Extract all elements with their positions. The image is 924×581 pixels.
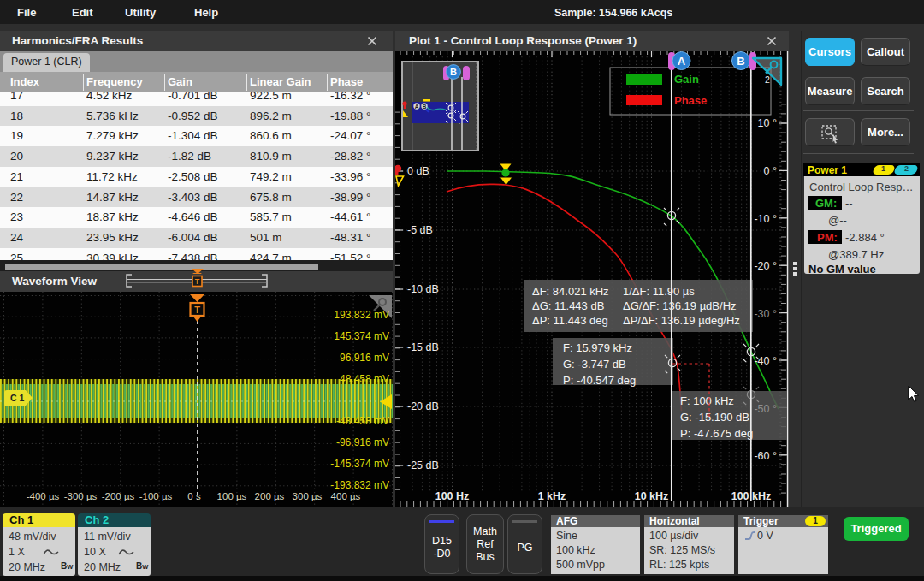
svg-text:B: B bbox=[423, 104, 427, 110]
svg-text:-400 µs: -400 µs bbox=[27, 491, 60, 501]
svg-text:Phase: Phase bbox=[674, 94, 707, 107]
svg-text:P: -47.675 deg: P: -47.675 deg bbox=[680, 427, 753, 440]
svg-text:-40 °: -40 ° bbox=[754, 355, 777, 367]
svg-text:-30 °: -30 ° bbox=[754, 308, 777, 320]
svg-text:-20 dB: -20 dB bbox=[407, 400, 439, 412]
svg-text:-300 µs: -300 µs bbox=[64, 491, 98, 501]
svg-text:200 µs: 200 µs bbox=[255, 491, 285, 501]
svg-text:145.374 mV: 145.374 mV bbox=[334, 330, 389, 342]
svg-text:Gain: Gain bbox=[674, 73, 699, 86]
svg-text:T: T bbox=[194, 305, 200, 315]
svg-text:G: -3.747 dB: G: -3.747 dB bbox=[563, 358, 626, 371]
svg-text:100 kHz: 100 kHz bbox=[732, 490, 772, 502]
svg-text:C 1: C 1 bbox=[10, 393, 25, 403]
svg-text:-193.832 mV: -193.832 mV bbox=[330, 479, 389, 491]
svg-text:-15 dB: -15 dB bbox=[407, 341, 439, 353]
svg-text:-10 dB: -10 dB bbox=[407, 283, 439, 295]
svg-text:G: -15.190 dB: G: -15.190 dB bbox=[680, 411, 749, 424]
svg-text:400 µs: 400 µs bbox=[331, 491, 361, 501]
svg-text:B: B bbox=[737, 55, 744, 68]
svg-text:-25 dB: -25 dB bbox=[407, 459, 439, 471]
svg-text:-20 °: -20 ° bbox=[754, 260, 777, 272]
svg-text:T: T bbox=[195, 277, 200, 286]
svg-text:10 kHz: 10 kHz bbox=[635, 490, 669, 502]
svg-text:-48.458 mV: -48.458 mV bbox=[336, 415, 389, 427]
svg-text:F: 100 kHz: F: 100 kHz bbox=[680, 394, 734, 407]
svg-text:0 s: 0 s bbox=[187, 491, 201, 501]
svg-text:B: B bbox=[450, 67, 457, 77]
svg-text:A: A bbox=[415, 104, 419, 110]
svg-text:1 kHz: 1 kHz bbox=[538, 490, 566, 502]
svg-text:A: A bbox=[678, 55, 686, 68]
svg-text:ΔG: 11.443 dB: ΔG: 11.443 dB bbox=[532, 299, 604, 312]
svg-text:2: 2 bbox=[765, 74, 770, 85]
svg-text:10 °: 10 ° bbox=[758, 117, 777, 129]
svg-text:-10 °: -10 ° bbox=[754, 213, 777, 225]
svg-text:300 µs: 300 µs bbox=[293, 491, 323, 501]
svg-text:100 µs: 100 µs bbox=[217, 491, 247, 501]
svg-text:F: 15.979 kHz: F: 15.979 kHz bbox=[563, 341, 632, 354]
svg-text:P: -40.547 deg: P: -40.547 deg bbox=[563, 374, 636, 387]
svg-text:0 °: 0 ° bbox=[764, 165, 777, 177]
svg-text:ΔP/ΔF: 136.19 µdeg/Hz: ΔP/ΔF: 136.19 µdeg/Hz bbox=[623, 314, 740, 327]
svg-text:96.916 mV: 96.916 mV bbox=[340, 352, 389, 364]
svg-text:ΔP: 11.443 deg: ΔP: 11.443 deg bbox=[532, 314, 608, 327]
svg-text:-100 µs: -100 µs bbox=[139, 491, 173, 501]
svg-text:100 Hz: 100 Hz bbox=[435, 490, 470, 502]
svg-text:-5 dB: -5 dB bbox=[407, 224, 433, 236]
svg-text:193.832 mV: 193.832 mV bbox=[334, 309, 389, 321]
svg-text:0 dB: 0 dB bbox=[407, 165, 429, 177]
svg-text:ΔF: 84.021 kHz: ΔF: 84.021 kHz bbox=[532, 285, 609, 298]
svg-text:ΔG/ΔF: 136.19 µdB/Hz: ΔG/ΔF: 136.19 µdB/Hz bbox=[623, 299, 737, 312]
svg-text:-96.916 mV: -96.916 mV bbox=[336, 436, 389, 448]
svg-text:-60 °: -60 ° bbox=[754, 450, 777, 462]
svg-text:48.458 mV: 48.458 mV bbox=[340, 373, 389, 385]
svg-text:-200 µs: -200 µs bbox=[102, 491, 135, 501]
svg-text:-50 °: -50 ° bbox=[754, 403, 777, 415]
svg-text:-145.374 mV: -145.374 mV bbox=[330, 458, 389, 470]
svg-text:1/ΔF: 11.90 µs: 1/ΔF: 11.90 µs bbox=[623, 285, 695, 298]
